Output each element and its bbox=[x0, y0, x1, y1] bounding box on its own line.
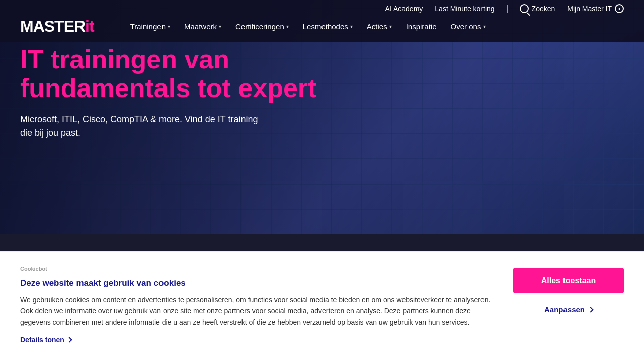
chevron-down-icon: ▾ bbox=[350, 24, 353, 29]
logo-master-text: MASTER bbox=[20, 17, 85, 36]
cookiebot-logo: Cookiebot bbox=[20, 266, 493, 272]
nav-lesmethodes[interactable]: Lesmethodes ▾ bbox=[297, 18, 359, 35]
nav-inspiratie[interactable]: Inspiratie bbox=[400, 18, 443, 35]
nav-trainingen[interactable]: Trainingen ▾ bbox=[124, 18, 176, 35]
divider-icon bbox=[507, 5, 508, 13]
header: AI Academy Last Minute korting Zoeken Mi… bbox=[0, 0, 644, 42]
header-top-bar: AI Academy Last Minute korting Zoeken Mi… bbox=[0, 0, 644, 17]
hero-title: IT trainingen van fundamentals tot exper… bbox=[20, 45, 322, 103]
cookie-banner: Cookiebot Deze website maakt gebruik van… bbox=[0, 251, 644, 362]
chevron-right-icon bbox=[66, 337, 72, 343]
nav-maatwerk[interactable]: Maatwerk ▾ bbox=[178, 18, 227, 35]
search-button[interactable]: Zoeken bbox=[520, 4, 555, 13]
chevron-right-icon bbox=[588, 307, 593, 312]
nav-certificeringen[interactable]: Certificeringen ▾ bbox=[229, 18, 295, 35]
main-navigation: Trainingen ▾ Maatwerk ▾ Certificeringen … bbox=[124, 18, 492, 35]
cookie-content: Cookiebot Deze website maakt gebruik van… bbox=[20, 266, 493, 344]
nav-last-minute[interactable]: Last Minute korting bbox=[435, 5, 494, 13]
mijn-master-button[interactable]: Mijn Master IT ⚬ bbox=[567, 4, 624, 13]
hero-subtitle: Microsoft, ITIL, Cisco, CompTIA & more. … bbox=[20, 113, 262, 140]
cookie-details-link[interactable]: Details tonen bbox=[20, 336, 493, 344]
user-icon: ⚬ bbox=[615, 4, 624, 13]
cookie-actions: Alles toestaan Aanpassen bbox=[513, 266, 624, 320]
cookiebot-logo-text: Cookiebot bbox=[20, 266, 47, 272]
cookie-body-text: We gebruiken cookies om content en adver… bbox=[20, 294, 493, 328]
header-main-nav: MASTER it Trainingen ▾ Maatwerk ▾ Certif… bbox=[0, 17, 644, 42]
cookie-title: Deze website maakt gebruik van cookies bbox=[20, 278, 493, 288]
accept-all-button[interactable]: Alles toestaan bbox=[513, 268, 624, 293]
chevron-down-icon: ▾ bbox=[168, 24, 170, 29]
logo[interactable]: MASTER it bbox=[20, 17, 94, 36]
chevron-down-icon: ▾ bbox=[483, 24, 486, 29]
nav-ai-academy[interactable]: AI Academy bbox=[385, 5, 423, 13]
chevron-down-icon: ▾ bbox=[219, 24, 221, 29]
customize-button[interactable]: Aanpassen bbox=[513, 299, 624, 320]
hero-content: IT trainingen van fundamentals tot exper… bbox=[20, 45, 322, 155]
logo-it-text: it bbox=[85, 17, 94, 36]
nav-acties[interactable]: Acties ▾ bbox=[361, 18, 398, 35]
search-icon bbox=[520, 4, 529, 13]
chevron-down-icon: ▾ bbox=[389, 24, 392, 29]
nav-over-ons[interactable]: Over ons ▾ bbox=[445, 18, 492, 35]
chevron-down-icon: ▾ bbox=[286, 24, 289, 29]
